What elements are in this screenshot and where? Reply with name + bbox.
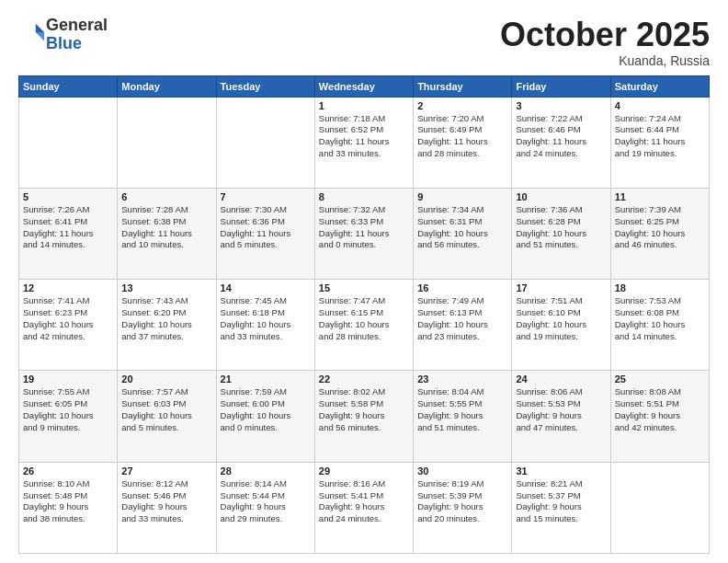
calendar-cell: 19Sunrise: 7:55 AM Sunset: 6:05 PM Dayli… bbox=[19, 371, 118, 462]
calendar-cell: 7Sunrise: 7:30 AM Sunset: 6:36 PM Daylig… bbox=[216, 188, 314, 279]
calendar-cell bbox=[216, 97, 314, 188]
day-number: 7 bbox=[221, 191, 311, 202]
weekday-header-friday: Friday bbox=[512, 75, 610, 97]
day-number: 25 bbox=[615, 373, 705, 385]
day-number: 21 bbox=[221, 373, 311, 385]
day-info: Sunrise: 7:24 AM Sunset: 6:44 PM Dayligh… bbox=[615, 113, 705, 160]
day-info: Sunrise: 7:18 AM Sunset: 6:52 PM Dayligh… bbox=[319, 113, 409, 160]
month-title: October 2025 bbox=[500, 17, 710, 53]
day-number: 2 bbox=[417, 100, 507, 111]
day-info: Sunrise: 7:39 AM Sunset: 6:25 PM Dayligh… bbox=[615, 204, 705, 251]
day-number: 1 bbox=[319, 100, 409, 111]
day-info: Sunrise: 7:53 AM Sunset: 6:08 PM Dayligh… bbox=[615, 295, 705, 342]
calendar-table: SundayMondayTuesdayWednesdayThursdayFrid… bbox=[18, 75, 710, 554]
calendar-cell: 1Sunrise: 7:18 AM Sunset: 6:52 PM Daylig… bbox=[314, 97, 413, 188]
day-info: Sunrise: 8:21 AM Sunset: 5:37 PM Dayligh… bbox=[516, 478, 606, 525]
calendar-cell: 25Sunrise: 8:08 AM Sunset: 5:51 PM Dayli… bbox=[610, 371, 709, 462]
week-row-0: 1Sunrise: 7:18 AM Sunset: 6:52 PM Daylig… bbox=[19, 97, 710, 188]
calendar-cell: 4Sunrise: 7:24 AM Sunset: 6:44 PM Daylig… bbox=[610, 97, 709, 188]
location: Kuanda, Russia bbox=[500, 53, 710, 68]
logo: General Blue bbox=[18, 17, 108, 53]
day-number: 8 bbox=[319, 191, 409, 202]
day-info: Sunrise: 7:59 AM Sunset: 6:00 PM Dayligh… bbox=[221, 386, 311, 433]
day-number: 31 bbox=[516, 465, 606, 477]
day-number: 22 bbox=[319, 373, 409, 385]
calendar-cell bbox=[19, 97, 118, 188]
weekday-header-thursday: Thursday bbox=[414, 75, 512, 97]
calendar-cell: 29Sunrise: 8:16 AM Sunset: 5:41 PM Dayli… bbox=[314, 462, 413, 553]
day-number: 18 bbox=[615, 282, 705, 293]
title-block: October 2025 Kuanda, Russia bbox=[500, 17, 710, 68]
day-info: Sunrise: 7:43 AM Sunset: 6:20 PM Dayligh… bbox=[121, 295, 211, 342]
day-number: 14 bbox=[221, 282, 311, 293]
day-number: 4 bbox=[615, 100, 705, 111]
calendar-cell: 28Sunrise: 8:14 AM Sunset: 5:44 PM Dayli… bbox=[216, 462, 314, 553]
day-info: Sunrise: 8:02 AM Sunset: 5:58 PM Dayligh… bbox=[319, 386, 409, 433]
day-number: 3 bbox=[516, 100, 606, 111]
day-number: 23 bbox=[417, 373, 507, 385]
week-row-2: 12Sunrise: 7:41 AM Sunset: 6:23 PM Dayli… bbox=[19, 280, 710, 371]
day-number: 24 bbox=[516, 373, 606, 385]
calendar-cell: 16Sunrise: 7:49 AM Sunset: 6:13 PM Dayli… bbox=[414, 280, 512, 371]
weekday-header-tuesday: Tuesday bbox=[216, 75, 314, 97]
calendar-cell: 31Sunrise: 8:21 AM Sunset: 5:37 PM Dayli… bbox=[512, 462, 610, 553]
header: General Blue October 2025 Kuanda, Russia bbox=[18, 17, 710, 68]
day-number: 17 bbox=[516, 282, 606, 293]
calendar-cell: 14Sunrise: 7:45 AM Sunset: 6:18 PM Dayli… bbox=[216, 280, 314, 371]
day-number: 10 bbox=[516, 191, 606, 202]
day-number: 26 bbox=[23, 465, 113, 477]
calendar-cell: 3Sunrise: 7:22 AM Sunset: 6:46 PM Daylig… bbox=[512, 97, 610, 188]
calendar-cell: 30Sunrise: 8:19 AM Sunset: 5:39 PM Dayli… bbox=[414, 462, 512, 553]
day-info: Sunrise: 7:57 AM Sunset: 6:03 PM Dayligh… bbox=[121, 386, 211, 433]
day-info: Sunrise: 7:28 AM Sunset: 6:38 PM Dayligh… bbox=[121, 204, 211, 251]
weekday-header-sunday: Sunday bbox=[19, 75, 118, 97]
calendar-cell bbox=[118, 97, 216, 188]
day-info: Sunrise: 8:04 AM Sunset: 5:55 PM Dayligh… bbox=[417, 386, 507, 433]
day-info: Sunrise: 7:34 AM Sunset: 6:31 PM Dayligh… bbox=[417, 204, 507, 251]
calendar-cell: 20Sunrise: 7:57 AM Sunset: 6:03 PM Dayli… bbox=[118, 371, 216, 462]
calendar-cell bbox=[610, 462, 709, 553]
day-info: Sunrise: 7:51 AM Sunset: 6:10 PM Dayligh… bbox=[516, 295, 606, 342]
svg-marker-1 bbox=[36, 32, 44, 40]
day-info: Sunrise: 7:49 AM Sunset: 6:13 PM Dayligh… bbox=[417, 295, 507, 342]
day-info: Sunrise: 7:55 AM Sunset: 6:05 PM Dayligh… bbox=[23, 386, 113, 433]
day-info: Sunrise: 7:22 AM Sunset: 6:46 PM Dayligh… bbox=[516, 113, 606, 160]
logo-general-text: General bbox=[46, 16, 108, 34]
day-info: Sunrise: 7:20 AM Sunset: 6:49 PM Dayligh… bbox=[417, 113, 507, 160]
day-number: 29 bbox=[319, 465, 409, 477]
day-number: 12 bbox=[23, 282, 113, 293]
day-info: Sunrise: 7:47 AM Sunset: 6:15 PM Dayligh… bbox=[319, 295, 409, 342]
calendar-cell: 22Sunrise: 8:02 AM Sunset: 5:58 PM Dayli… bbox=[314, 371, 413, 462]
day-info: Sunrise: 7:45 AM Sunset: 6:18 PM Dayligh… bbox=[221, 295, 311, 342]
logo-icon bbox=[20, 20, 46, 46]
day-number: 20 bbox=[121, 373, 211, 385]
calendar-cell: 11Sunrise: 7:39 AM Sunset: 6:25 PM Dayli… bbox=[610, 188, 709, 279]
calendar-cell: 27Sunrise: 8:12 AM Sunset: 5:46 PM Dayli… bbox=[118, 462, 216, 553]
calendar-cell: 26Sunrise: 8:10 AM Sunset: 5:48 PM Dayli… bbox=[19, 462, 118, 553]
calendar-cell: 18Sunrise: 7:53 AM Sunset: 6:08 PM Dayli… bbox=[610, 280, 709, 371]
weekday-header-wednesday: Wednesday bbox=[314, 75, 413, 97]
day-info: Sunrise: 8:14 AM Sunset: 5:44 PM Dayligh… bbox=[221, 478, 311, 525]
day-number: 15 bbox=[319, 282, 409, 293]
week-row-1: 5Sunrise: 7:26 AM Sunset: 6:41 PM Daylig… bbox=[19, 188, 710, 279]
day-info: Sunrise: 8:19 AM Sunset: 5:39 PM Dayligh… bbox=[417, 478, 507, 525]
svg-marker-0 bbox=[36, 24, 44, 32]
day-number: 5 bbox=[23, 191, 113, 202]
calendar-cell: 13Sunrise: 7:43 AM Sunset: 6:20 PM Dayli… bbox=[118, 280, 216, 371]
calendar-cell: 10Sunrise: 7:36 AM Sunset: 6:28 PM Dayli… bbox=[512, 188, 610, 279]
day-number: 11 bbox=[615, 191, 705, 202]
day-info: Sunrise: 7:30 AM Sunset: 6:36 PM Dayligh… bbox=[221, 204, 311, 251]
calendar-cell: 9Sunrise: 7:34 AM Sunset: 6:31 PM Daylig… bbox=[414, 188, 512, 279]
weekday-header-monday: Monday bbox=[118, 75, 216, 97]
calendar-cell: 17Sunrise: 7:51 AM Sunset: 6:10 PM Dayli… bbox=[512, 280, 610, 371]
page: General Blue October 2025 Kuanda, Russia… bbox=[0, 0, 728, 563]
day-number: 27 bbox=[121, 465, 211, 477]
day-info: Sunrise: 8:16 AM Sunset: 5:41 PM Dayligh… bbox=[319, 478, 409, 525]
day-number: 30 bbox=[417, 465, 507, 477]
calendar-cell: 21Sunrise: 7:59 AM Sunset: 6:00 PM Dayli… bbox=[216, 371, 314, 462]
day-info: Sunrise: 8:06 AM Sunset: 5:53 PM Dayligh… bbox=[516, 386, 606, 433]
calendar-cell: 24Sunrise: 8:06 AM Sunset: 5:53 PM Dayli… bbox=[512, 371, 610, 462]
day-info: Sunrise: 7:26 AM Sunset: 6:41 PM Dayligh… bbox=[23, 204, 113, 251]
day-info: Sunrise: 7:36 AM Sunset: 6:28 PM Dayligh… bbox=[516, 204, 606, 251]
weekday-header-saturday: Saturday bbox=[610, 75, 709, 97]
